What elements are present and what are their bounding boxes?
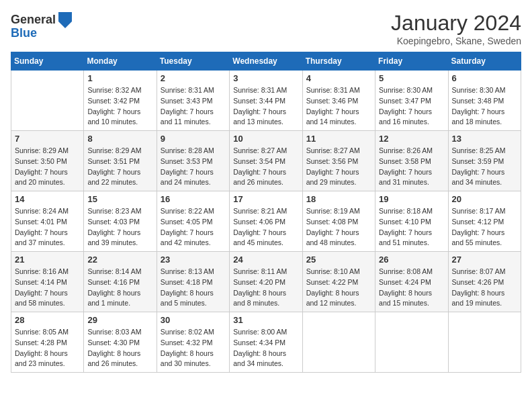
day-number: 23 <box>161 255 226 265</box>
table-cell: 21Sunrise: 8:16 AMSunset: 4:14 PMDayligh… <box>11 252 84 312</box>
header-thursday: Thursday <box>302 52 375 71</box>
header-friday: Friday <box>375 52 448 71</box>
table-cell <box>448 312 521 373</box>
table-cell: 20Sunrise: 8:17 AMSunset: 4:12 PMDayligh… <box>448 191 521 252</box>
day-number: 8 <box>87 134 152 144</box>
day-number: 29 <box>87 315 152 325</box>
table-cell <box>11 71 84 131</box>
header-monday: Monday <box>84 52 157 71</box>
day-detail: Sunrise: 8:23 AMSunset: 4:03 PMDaylight:… <box>87 206 152 248</box>
day-detail: Sunrise: 8:30 AMSunset: 3:48 PMDaylight:… <box>452 85 517 128</box>
logo-icon <box>57 11 73 30</box>
day-number: 11 <box>306 134 371 144</box>
day-number: 2 <box>161 73 226 83</box>
day-detail: Sunrise: 8:10 AMSunset: 4:22 PMDaylight:… <box>306 267 371 309</box>
table-cell <box>375 312 448 373</box>
day-detail: Sunrise: 8:28 AMSunset: 3:53 PMDaylight:… <box>161 146 226 188</box>
table-cell: 7Sunrise: 8:29 AMSunset: 3:50 PMDaylight… <box>11 131 84 191</box>
week-row-5: 28Sunrise: 8:05 AMSunset: 4:28 PMDayligh… <box>11 312 521 373</box>
table-cell: 27Sunrise: 8:07 AMSunset: 4:26 PMDayligh… <box>448 252 521 312</box>
day-number: 19 <box>379 194 444 204</box>
page-header: General Blue January 2024 Koepingebro, S… <box>11 11 521 46</box>
table-cell: 16Sunrise: 8:22 AMSunset: 4:05 PMDayligh… <box>157 191 229 252</box>
table-cell: 1Sunrise: 8:32 AMSunset: 3:42 PMDaylight… <box>84 71 157 131</box>
day-number: 5 <box>379 73 444 83</box>
day-number: 22 <box>87 255 152 265</box>
logo-text: General <box>11 13 56 27</box>
table-cell: 25Sunrise: 8:10 AMSunset: 4:22 PMDayligh… <box>302 252 375 312</box>
table-cell: 23Sunrise: 8:13 AMSunset: 4:18 PMDayligh… <box>157 252 229 312</box>
day-detail: Sunrise: 8:16 AMSunset: 4:14 PMDaylight:… <box>15 267 80 309</box>
table-cell: 5Sunrise: 8:30 AMSunset: 3:47 PMDaylight… <box>375 71 448 131</box>
day-number: 17 <box>233 194 298 204</box>
month-year: January 2024 <box>391 11 521 36</box>
day-number: 7 <box>15 134 80 144</box>
day-number: 25 <box>306 255 371 265</box>
header-wednesday: Wednesday <box>230 52 302 71</box>
location: Koepingebro, Skane, Sweden <box>391 36 521 46</box>
table-cell: 6Sunrise: 8:30 AMSunset: 3:48 PMDaylight… <box>448 71 521 131</box>
day-number: 31 <box>233 315 298 325</box>
table-cell: 18Sunrise: 8:19 AMSunset: 4:08 PMDayligh… <box>302 191 375 252</box>
day-number: 27 <box>452 255 517 265</box>
day-number: 24 <box>233 255 298 265</box>
table-cell <box>302 312 375 373</box>
day-detail: Sunrise: 8:31 AMSunset: 3:44 PMDaylight:… <box>233 85 298 128</box>
day-number: 10 <box>233 134 298 144</box>
title-block: January 2024 Koepingebro, Skane, Sweden <box>391 11 521 46</box>
day-number: 30 <box>161 315 226 325</box>
table-cell: 28Sunrise: 8:05 AMSunset: 4:28 PMDayligh… <box>11 312 84 373</box>
day-detail: Sunrise: 8:27 AMSunset: 3:54 PMDaylight:… <box>233 146 298 188</box>
day-number: 12 <box>379 134 444 144</box>
table-cell: 30Sunrise: 8:02 AMSunset: 4:32 PMDayligh… <box>157 312 229 373</box>
table-cell: 14Sunrise: 8:24 AMSunset: 4:01 PMDayligh… <box>11 191 84 252</box>
day-detail: Sunrise: 8:32 AMSunset: 3:42 PMDaylight:… <box>87 85 152 128</box>
header-saturday: Saturday <box>448 52 521 71</box>
day-detail: Sunrise: 8:26 AMSunset: 3:58 PMDaylight:… <box>379 146 444 188</box>
day-detail: Sunrise: 8:18 AMSunset: 4:10 PMDaylight:… <box>379 206 444 248</box>
logo: General Blue <box>11 11 73 40</box>
day-number: 16 <box>161 194 226 204</box>
day-detail: Sunrise: 8:31 AMSunset: 3:46 PMDaylight:… <box>306 85 371 128</box>
day-detail: Sunrise: 8:19 AMSunset: 4:08 PMDaylight:… <box>306 206 371 248</box>
table-cell: 26Sunrise: 8:08 AMSunset: 4:24 PMDayligh… <box>375 252 448 312</box>
day-number: 4 <box>306 73 371 83</box>
day-detail: Sunrise: 8:27 AMSunset: 3:56 PMDaylight:… <box>306 146 371 188</box>
table-cell: 4Sunrise: 8:31 AMSunset: 3:46 PMDaylight… <box>302 71 375 131</box>
header-sunday: Sunday <box>11 52 84 71</box>
svg-marker-0 <box>58 12 72 28</box>
table-cell: 10Sunrise: 8:27 AMSunset: 3:54 PMDayligh… <box>230 131 302 191</box>
day-detail: Sunrise: 8:22 AMSunset: 4:05 PMDaylight:… <box>161 206 226 248</box>
calendar-table: SundayMondayTuesdayWednesdayThursdayFrid… <box>11 52 521 373</box>
table-cell: 19Sunrise: 8:18 AMSunset: 4:10 PMDayligh… <box>375 191 448 252</box>
day-number: 9 <box>161 134 226 144</box>
table-cell: 31Sunrise: 8:00 AMSunset: 4:34 PMDayligh… <box>230 312 302 373</box>
day-number: 13 <box>452 134 517 144</box>
day-number: 3 <box>233 73 298 83</box>
day-detail: Sunrise: 8:24 AMSunset: 4:01 PMDaylight:… <box>15 206 80 248</box>
day-detail: Sunrise: 8:29 AMSunset: 3:50 PMDaylight:… <box>15 146 80 188</box>
day-number: 20 <box>452 194 517 204</box>
day-detail: Sunrise: 8:02 AMSunset: 4:32 PMDaylight:… <box>161 327 226 369</box>
calendar-header-row: SundayMondayTuesdayWednesdayThursdayFrid… <box>11 52 521 71</box>
day-detail: Sunrise: 8:03 AMSunset: 4:30 PMDaylight:… <box>87 327 152 369</box>
week-row-3: 14Sunrise: 8:24 AMSunset: 4:01 PMDayligh… <box>11 191 521 252</box>
day-detail: Sunrise: 8:08 AMSunset: 4:24 PMDaylight:… <box>379 267 444 309</box>
table-cell: 29Sunrise: 8:03 AMSunset: 4:30 PMDayligh… <box>84 312 157 373</box>
table-cell: 24Sunrise: 8:11 AMSunset: 4:20 PMDayligh… <box>230 252 302 312</box>
day-detail: Sunrise: 8:30 AMSunset: 3:47 PMDaylight:… <box>379 85 444 128</box>
table-cell: 2Sunrise: 8:31 AMSunset: 3:43 PMDaylight… <box>157 71 229 131</box>
header-tuesday: Tuesday <box>157 52 229 71</box>
day-detail: Sunrise: 8:07 AMSunset: 4:26 PMDaylight:… <box>452 267 517 309</box>
day-detail: Sunrise: 8:29 AMSunset: 3:51 PMDaylight:… <box>87 146 152 188</box>
logo-blue-text: Blue <box>11 27 37 40</box>
table-cell: 11Sunrise: 8:27 AMSunset: 3:56 PMDayligh… <box>302 131 375 191</box>
day-detail: Sunrise: 8:13 AMSunset: 4:18 PMDaylight:… <box>161 267 226 309</box>
table-cell: 3Sunrise: 8:31 AMSunset: 3:44 PMDaylight… <box>230 71 302 131</box>
day-detail: Sunrise: 8:17 AMSunset: 4:12 PMDaylight:… <box>452 206 517 248</box>
table-cell: 9Sunrise: 8:28 AMSunset: 3:53 PMDaylight… <box>157 131 229 191</box>
table-cell: 8Sunrise: 8:29 AMSunset: 3:51 PMDaylight… <box>84 131 157 191</box>
day-number: 21 <box>15 255 80 265</box>
day-number: 6 <box>452 73 517 83</box>
day-detail: Sunrise: 8:31 AMSunset: 3:43 PMDaylight:… <box>161 85 226 128</box>
